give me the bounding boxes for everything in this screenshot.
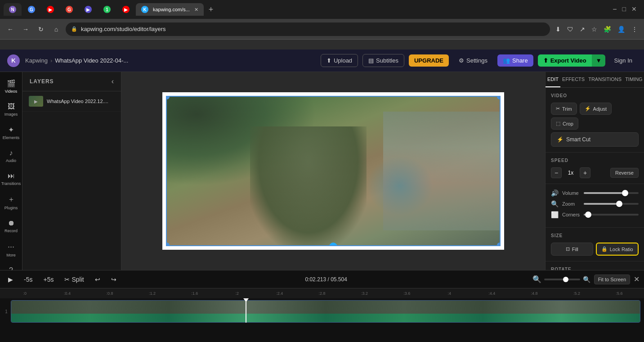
forward-button[interactable]: →	[20, 23, 31, 35]
sidebar-item-more[interactable]: ··· More	[1, 238, 21, 261]
tab-edit[interactable]: EDIT	[546, 72, 560, 87]
layers-collapse-button[interactable]: ‹	[112, 77, 114, 86]
browser-tab[interactable]: ▶	[117, 3, 135, 16]
address-bar[interactable]: 🔒 kapwing.com/studio/editor/layers	[66, 22, 550, 36]
home-button[interactable]: ⌂	[50, 23, 62, 35]
export-button[interactable]: ⬆ Export Video	[538, 54, 592, 67]
menu-button[interactable]: ⋮	[630, 24, 640, 35]
smart-cut-icon: ⚡	[557, 136, 564, 143]
fill-button[interactable]: ⊡ Fill	[551, 243, 593, 256]
zoom-track[interactable]	[544, 279, 580, 280]
corners-label: Corners	[562, 212, 580, 217]
plus5-button[interactable]: +5s	[40, 274, 57, 285]
timeline-tracks: 1	[0, 298, 644, 342]
tab-timing[interactable]: TIMING	[623, 72, 644, 87]
browser-tab[interactable]: ▶	[41, 3, 59, 16]
tools-sidebar: 🎬 Videos 🖼 Images ✦ Elements ♪ Audio ⏭ T…	[0, 72, 22, 270]
minus5-button[interactable]: -5s	[20, 274, 36, 285]
trim-button[interactable]: ✂ Trim	[551, 103, 577, 115]
close-tab-icon[interactable]: ✕	[194, 7, 198, 13]
browser-tab[interactable]: G	[22, 3, 40, 16]
speed-value: 1x	[565, 170, 576, 176]
lock-ratio-button[interactable]: 🔒 Lock Ratio	[596, 243, 639, 256]
export-icon: ⬆	[543, 57, 548, 64]
reverse-button[interactable]: Reverse	[610, 168, 639, 178]
track-content[interactable]	[11, 300, 640, 323]
zoom-row: 🔍 Zoom	[551, 200, 639, 207]
close-window-button[interactable]: ✕	[631, 5, 637, 14]
settings-button[interactable]: ⚙ Settings	[453, 54, 493, 67]
browser-tab[interactable]: N	[4, 3, 22, 16]
sidebar-item-plugins[interactable]: ＋ Plugins	[1, 191, 21, 214]
refresh-button[interactable]: ↻	[35, 23, 47, 35]
shield-icon[interactable]: 🛡	[565, 24, 575, 35]
speed-increase-button[interactable]: +	[580, 167, 590, 178]
browser-tab-active[interactable]: K kapwing.com/s... ✕	[136, 3, 204, 16]
video-frame[interactable]: ↻	[166, 96, 501, 246]
fit-screen-button[interactable]: Fit to Screen	[594, 274, 630, 284]
extensions-button[interactable]: 🧩	[602, 24, 613, 35]
subtitles-button[interactable]: ▤ Subtitles	[362, 54, 404, 67]
sidebar-item-audio[interactable]: ♪ Audio	[1, 145, 21, 166]
upgrade-button[interactable]: UPGRADE	[409, 54, 449, 67]
adjust-button[interactable]: ⚡ Adjust	[580, 103, 612, 115]
tab-effects[interactable]: EFFECTS	[560, 72, 586, 87]
undo-button[interactable]: ↩	[91, 274, 104, 285]
more-icon: ···	[8, 242, 14, 252]
timeline-ruler: :0 :0.4 :0.8 :1.2 :1.6 :2 :2.4 :2.8 :3.2…	[0, 288, 644, 298]
crop-button[interactable]: ⬚ Crop	[551, 117, 578, 130]
corners-slider[interactable]	[584, 214, 639, 216]
redo-button[interactable]: ↪	[107, 274, 120, 285]
canvas-area[interactable]: ↻ ➤ ➤	[121, 72, 545, 270]
close-timeline-button[interactable]: ✕	[634, 275, 640, 284]
sidebar-item-images[interactable]: 🖼 Images	[1, 99, 21, 120]
sidebar-item-record[interactable]: ⏺ Record	[1, 216, 21, 237]
browser-tab[interactable]: G	[60, 3, 78, 16]
profile-button[interactable]: 👤	[616, 24, 627, 35]
maximize-button[interactable]: □	[622, 5, 626, 14]
ruler-mark: :2	[216, 291, 258, 296]
ruler-mark: :1.2	[131, 291, 173, 296]
ruler-mark: :3.2	[343, 291, 385, 296]
volume-icon: 🔊	[551, 189, 559, 197]
smart-cut-button[interactable]: ⚡ Smart Cut	[551, 132, 639, 147]
sidebar-item-videos[interactable]: 🎬 Videos	[1, 76, 21, 97]
export-dropdown-button[interactable]: ▼	[592, 54, 605, 67]
share-button[interactable]: 👥 Share	[497, 54, 533, 67]
selection-handle-br[interactable]	[497, 243, 501, 246]
help-icon: ?	[9, 266, 13, 270]
upload-button[interactable]: ⬆ Upload	[321, 54, 358, 67]
right-panel-tabs: EDIT EFFECTS TRANSITIONS TIMING	[546, 72, 644, 88]
fill-icon: ⊡	[566, 246, 570, 252]
zoom-in-icon[interactable]: 🔍	[583, 276, 590, 283]
signin-button[interactable]: Sign In	[610, 54, 637, 67]
sidebar-item-transitions[interactable]: ⏭ Transitions	[1, 168, 21, 189]
split-button[interactable]: ✂ Split	[61, 274, 87, 285]
ruler-mark: :0.4	[46, 291, 88, 296]
browser-tab[interactable]: ▶	[79, 3, 97, 16]
track-clip[interactable]	[11, 300, 640, 323]
download-button[interactable]: ⬇	[554, 24, 563, 35]
bookmark-button[interactable]: ☆	[590, 24, 599, 35]
ruler-mark: :5.6	[598, 291, 640, 296]
ruler-mark: :4	[428, 291, 470, 296]
volume-slider[interactable]	[584, 192, 639, 194]
tab-transitions[interactable]: TRANSITIONS	[586, 72, 623, 87]
play-button[interactable]: ▶	[4, 274, 17, 285]
browser-tabs: N G ▶ G ▶ 1 ▶ K kapwing.com/s... ✕ + − □…	[0, 0, 644, 19]
corners-icon: ⬜	[551, 211, 559, 218]
back-button[interactable]: ←	[4, 23, 16, 35]
list-item[interactable]: ▶ WhatsApp Video 2022.12....	[22, 91, 121, 112]
sidebar-item-elements[interactable]: ✦ Elements	[1, 122, 21, 144]
minimize-button[interactable]: −	[613, 5, 617, 14]
topbar-actions: ⬆ Upload ▤ Subtitles UPGRADE ⚙ Settings …	[321, 54, 637, 67]
speed-decrease-button[interactable]: −	[551, 167, 562, 178]
browser-tab[interactable]: 1	[98, 3, 116, 16]
sidebar-item-help[interactable]: ? Help	[1, 263, 21, 270]
lock-ratio-icon: 🔒	[601, 246, 608, 252]
new-tab-button[interactable]: +	[205, 3, 217, 16]
share-button[interactable]: ↗	[578, 24, 587, 35]
zoom-slider[interactable]	[584, 203, 639, 205]
zoom-out-icon[interactable]: 🔍	[532, 275, 541, 284]
videos-icon: 🎬	[7, 79, 16, 88]
